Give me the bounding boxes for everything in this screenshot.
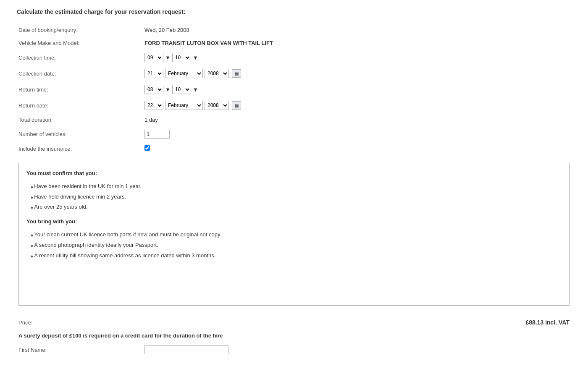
return-time-label: Return time:	[17, 81, 143, 97]
return-year-select[interactable]: 2007200820092010	[205, 101, 229, 110]
price-row: Price: £88.13 incl. VAT	[17, 313, 571, 329]
collection-calendar-icon[interactable]: ▦	[232, 69, 241, 78]
collection-year-select[interactable]: 2007200820092010	[205, 69, 229, 78]
vehicle-row: Vehicle Make and Model: FORD TRANSIT LUT…	[17, 37, 571, 50]
deposit-row: A surety deposit of £100 is required on …	[17, 329, 571, 342]
confirm-item: Have been resident in the UK for min 1 y…	[31, 182, 562, 191]
first-name-row: First Name:	[17, 342, 571, 358]
collection-date-fields: 1234567891011121314151617181920212223242…	[143, 65, 571, 81]
collection-time-row: Collection time: 00010203040506070809101…	[17, 50, 571, 65]
ret-time-sep: ▼	[165, 86, 171, 93]
total-duration-value: 1 day	[143, 113, 571, 126]
page-title: Calculate the estimated charge for your …	[17, 8, 571, 15]
return-time-fields: 0001020304050607080910111213141516171819…	[143, 81, 571, 97]
return-calendar-icon[interactable]: ▦	[232, 101, 241, 110]
collection-date-label: Collection date:	[17, 65, 143, 81]
return-minute-select[interactable]: 000510152025303540455055	[172, 85, 191, 94]
return-hour-select[interactable]: 0001020304050607080910111213141516171819…	[144, 85, 163, 94]
price-value: £88.13 incl. VAT	[143, 313, 571, 329]
confirm-list-1: Have been resident in the UK for min 1 y…	[26, 182, 562, 212]
confirm-list-2: Your clean current UK licence both parts…	[26, 230, 562, 260]
first-name-input[interactable]	[144, 345, 228, 354]
confirmation-box-row: You must confirm that you: Have been res…	[17, 155, 571, 313]
price-label: Price:	[17, 313, 143, 329]
booking-date-value: Wed, 20 Feb 2008	[143, 24, 571, 37]
total-duration-label: Total duration:	[17, 113, 143, 126]
collection-minute-select[interactable]: 000510152025303540455055	[172, 53, 191, 62]
num-vehicles-label: Number of vehicles:	[17, 126, 143, 142]
confirm-item: A recent utility bill showing same addre…	[31, 251, 562, 260]
insurance-checkbox-cell	[143, 142, 571, 155]
return-time-row: Return time: 000102030405060708091011121…	[17, 81, 571, 97]
collection-hour-select[interactable]: 0001020304050607080910111213141516171819…	[144, 53, 163, 62]
vehicle-label: Vehicle Make and Model:	[17, 37, 143, 50]
collection-date-row: Collection date: 12345678910111213141516…	[17, 65, 571, 81]
collection-time-label: Collection time:	[17, 50, 143, 65]
first-name-label: First Name:	[17, 342, 143, 358]
time-separator: ▼	[165, 55, 171, 61]
confirmation-box[interactable]: You must confirm that you: Have been res…	[18, 163, 570, 306]
booking-date-row: Date of booking/enquiry: Wed, 20 Feb 200…	[17, 24, 571, 37]
first-name-field	[143, 342, 571, 358]
collection-day-select[interactable]: 1234567891011121314151617181920212223242…	[144, 69, 163, 78]
return-month-select[interactable]: JanuaryFebruaryMarchAprilMayJuneJulyAugu…	[165, 101, 203, 110]
confirm-heading-1: You must confirm that you:	[26, 169, 562, 178]
insurance-label: Include the insurance:	[17, 142, 143, 155]
ret-time-sep2: ▼	[193, 86, 198, 93]
confirmation-box-cell: You must confirm that you: Have been res…	[17, 155, 571, 313]
return-date-label: Return date:	[17, 97, 143, 113]
num-vehicles-row: Number of vehicles:	[17, 126, 571, 142]
time-separator2: ▼	[193, 55, 198, 61]
vehicle-value: FORD TRANSIT LUTON BOX VAN WITH TAIL LIF…	[143, 37, 571, 50]
confirm-item: Your clean current UK licence both parts…	[31, 230, 562, 239]
deposit-notice: A surety deposit of £100 is required on …	[17, 329, 571, 342]
confirm-item: Are over 25 years old.	[31, 203, 562, 212]
num-vehicles-input[interactable]	[144, 130, 170, 139]
confirm-item: A second photograph identity ideally you…	[31, 241, 562, 250]
insurance-row: Include the insurance:	[17, 142, 571, 155]
total-duration-row: Total duration: 1 day	[17, 113, 571, 126]
return-date-fields: 1234567891011121314151617181920212223242…	[143, 97, 571, 113]
confirm-heading-2: You bring with you:	[26, 217, 562, 226]
num-vehicles-field	[143, 126, 571, 142]
return-date-row: Return date: 123456789101112131415161718…	[17, 97, 571, 113]
insurance-checkbox[interactable]	[144, 145, 150, 151]
return-day-select[interactable]: 1234567891011121314151617181920212223242…	[144, 101, 163, 110]
collection-month-select[interactable]: JanuaryFebruaryMarchAprilMayJuneJulyAugu…	[165, 69, 203, 78]
booking-date-label: Date of booking/enquiry:	[17, 24, 143, 37]
collection-time-fields: 0001020304050607080910111213141516171819…	[143, 50, 571, 65]
confirm-item: Have held driving licence min 2 years.	[31, 193, 562, 201]
